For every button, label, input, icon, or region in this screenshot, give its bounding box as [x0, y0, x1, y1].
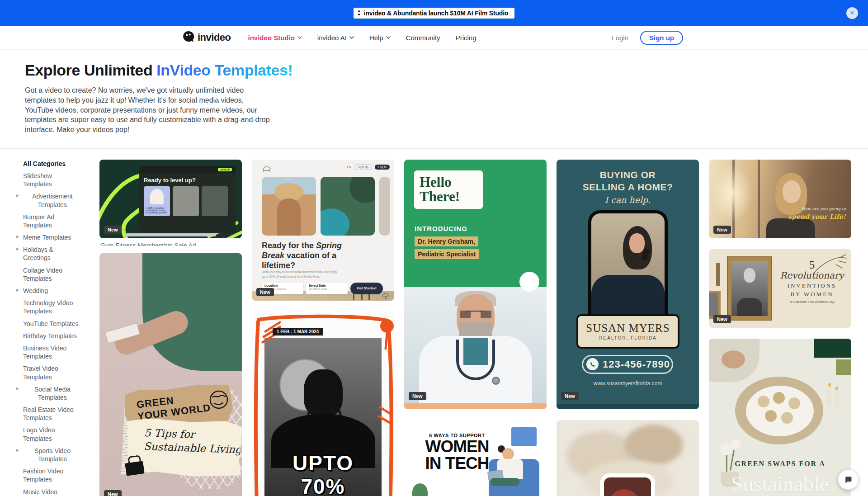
- sidebar-item[interactable]: Birthday Templates: [15, 332, 93, 340]
- sidebar-item[interactable]: ▶Meme Templates: [15, 233, 93, 241]
- doctor-greeting: Hello There!: [414, 170, 483, 209]
- signup-button[interactable]: Sign up: [640, 31, 683, 45]
- sidebar-item[interactable]: Bumper Ad Templates: [15, 213, 93, 229]
- sidebar-item[interactable]: Slideshow Templates: [15, 172, 93, 188]
- close-icon[interactable]: ✕: [846, 7, 858, 19]
- phone-icon: [586, 358, 599, 370]
- sidebar-item[interactable]: Fashion Video Templates: [15, 467, 93, 483]
- template-card-environment[interactable]: GREEN YOUR WORLD 5 Tips for Sustainable …: [99, 253, 242, 496]
- sidebar-item[interactable]: Logo Video Templates: [15, 426, 93, 442]
- sale-text-upto: UPTO: [252, 451, 394, 475]
- new-badge: New: [104, 490, 122, 496]
- sidebar-item[interactable]: ▶Advertisement Templates: [15, 192, 93, 208]
- nav-item-label: Help: [369, 34, 383, 42]
- nav-item-invideo-ai[interactable]: invideo AI: [317, 34, 354, 42]
- arrow-spacer: [15, 332, 20, 333]
- travel-script-2: spend your Life!: [788, 213, 846, 220]
- realtor-role: REALTOR, FLORIDA: [599, 335, 656, 340]
- sidebar-item-label: Birthday Templates: [23, 332, 77, 340]
- sidebar-item-label: Travel Video Templates: [23, 364, 82, 381]
- dessert-ball-shape: [765, 410, 777, 422]
- realtor-face-shape: [629, 233, 645, 253]
- nav-item-community[interactable]: Community: [406, 34, 440, 42]
- gym-signup-button: SIGN UP: [218, 168, 232, 171]
- template-card-womentech[interactable]: 6 WAYS TO SUPPORT WOMEN IN TECH: [404, 420, 547, 496]
- hero-section: Explore Unlimited InVideo Templates! Got…: [0, 50, 868, 149]
- travel-script-1: How are you going to: [802, 207, 846, 211]
- stethoscope-shape: [456, 340, 495, 380]
- leaves-shape: [349, 177, 375, 203]
- announcement-pill[interactable]: invideo & Abundantia launch $10M AI Film…: [354, 8, 514, 19]
- template-card-doctor[interactable]: Hello There! INTRODUCING Dr. Henry Grish…: [404, 160, 547, 409]
- chevron-down-icon: [297, 36, 302, 39]
- dessert-blur-shape: [624, 425, 683, 465]
- expand-arrow-icon[interactable]: ▶: [15, 447, 20, 453]
- sidebar-item[interactable]: Technology Video Templates: [15, 299, 93, 315]
- sidebar-item[interactable]: Collage Video Templates: [15, 266, 93, 283]
- template-card-sale70[interactable]: 1 FEB - 1 MAR 2024 UPTO 70% OFF: [252, 312, 394, 496]
- nav-item-help[interactable]: Help: [369, 34, 391, 42]
- doctor-name: Dr. Henry Grisham,: [415, 236, 478, 246]
- expand-arrow-icon[interactable]: ▶: [15, 287, 20, 293]
- sidebar-list: All CategoriesSlideshow Templates▶Advert…: [15, 160, 93, 496]
- sidebar-item-label: All Categories: [23, 160, 66, 168]
- portrait-head-shape: [744, 268, 755, 283]
- sidebar-item[interactable]: Real Estate Video Templates: [15, 406, 93, 422]
- template-card-dessert[interactable]: [557, 420, 699, 496]
- womentech-line2: IN TECH: [414, 455, 500, 472]
- candlestick-shape: [716, 263, 720, 286]
- realtor-name: SUSAN MYERS: [586, 322, 670, 335]
- person-shirt-shape: [142, 253, 242, 371]
- sunlight-glow-shape: [712, 164, 752, 223]
- dessert-ball-shape: [758, 396, 769, 407]
- nav-item-pricing[interactable]: Pricing: [456, 34, 476, 42]
- dessert-ball-shape: [773, 392, 785, 404]
- stethoscope-bell-shape: [492, 377, 500, 385]
- inventions-script: Revolutionary: [776, 270, 848, 281]
- realtor-headline-2: SELLING A HOME?: [557, 181, 699, 193]
- login-link[interactable]: Login: [612, 34, 628, 42]
- template-card-hotel[interactable]: EN Sign up Log in: [252, 160, 394, 301]
- sidebar-item-label: Logo Video Templates: [23, 426, 82, 442]
- gym-thumb-1: In 2025, it's all about pushing limits, …: [144, 186, 170, 216]
- template-label[interactable]: Gym Fitness Membership Sale Ad: [100, 242, 242, 246]
- hotel-photo-row: [262, 177, 390, 236]
- arrow-spacer: [15, 488, 20, 489]
- grid-column-2: EN Sign up Log in: [252, 160, 394, 496]
- person-head-shape: [502, 448, 514, 460]
- sidebar-item[interactable]: ▶Social Media Templates: [15, 385, 93, 402]
- invideo-logo[interactable]: invideo: [183, 31, 231, 44]
- gym-micro-text: In 2025, it's all about pushing limits, …: [146, 207, 168, 214]
- sidebar-item-label: Bumper Ad Templates: [23, 213, 82, 229]
- expand-arrow-icon[interactable]: ▶: [15, 385, 20, 391]
- page-description: Got a video to create? No worries, we've…: [25, 85, 271, 135]
- expand-arrow-icon[interactable]: ▶: [15, 192, 20, 198]
- template-card-travel[interactable]: How are you going to spend your Life! Ne…: [709, 160, 851, 238]
- sidebar-item[interactable]: YouTube Templates: [15, 320, 93, 328]
- realtor-name-plate: SUSAN MYERS REALTOR, FLORIDA: [576, 314, 679, 349]
- sidebar-item[interactable]: Business Video Templates: [15, 344, 93, 360]
- arrow-spacer: [15, 344, 20, 345]
- sidebar-item[interactable]: ▶Sports Video Templates: [15, 447, 93, 463]
- sidebar-item[interactable]: ▶Holidays & Greetings: [15, 246, 93, 262]
- phone-frame: [600, 473, 655, 496]
- nav-item-invideo-studio[interactable]: invideo Studio: [248, 34, 302, 42]
- sidebar-item[interactable]: Music Video Templates: [15, 488, 93, 496]
- sidebar-item[interactable]: ▶Wedding: [15, 287, 93, 295]
- page: invideo & Abundantia launch $10M AI Film…: [0, 0, 868, 496]
- template-card-gym[interactable]: SIGN UP Ready to level up? In 2025, it's…: [99, 160, 242, 238]
- chat-widget-button[interactable]: [838, 470, 858, 490]
- announcement-banner: invideo & Abundantia launch $10M AI Film…: [0, 0, 868, 26]
- template-card-inventions[interactable]: 5 Revolutionary INVENTIONS BY WOMEN to C…: [709, 249, 851, 328]
- expand-arrow-icon[interactable]: ▶: [15, 246, 20, 251]
- template-card-realtor[interactable]: BUYING OR SELLING A HOME? I can help. SU…: [557, 160, 699, 409]
- phone-number-pill: 123-456-7890: [582, 355, 673, 374]
- grid-column-4: BUYING OR SELLING A HOME? I can help. SU…: [557, 160, 699, 496]
- location-label: Location: [264, 284, 301, 287]
- sidebar-item[interactable]: Travel Video Templates: [15, 364, 93, 381]
- sidebar-item-label: Advertisement Templates: [23, 192, 82, 208]
- sidebar-item-label: Real Estate Video Templates: [23, 406, 82, 422]
- expand-arrow-icon[interactable]: ▶: [15, 233, 20, 239]
- sidebar-item[interactable]: All Categories: [15, 160, 93, 168]
- template-card-greenswaps[interactable]: GREEN SWAPS FOR A Sustainable: [709, 339, 851, 496]
